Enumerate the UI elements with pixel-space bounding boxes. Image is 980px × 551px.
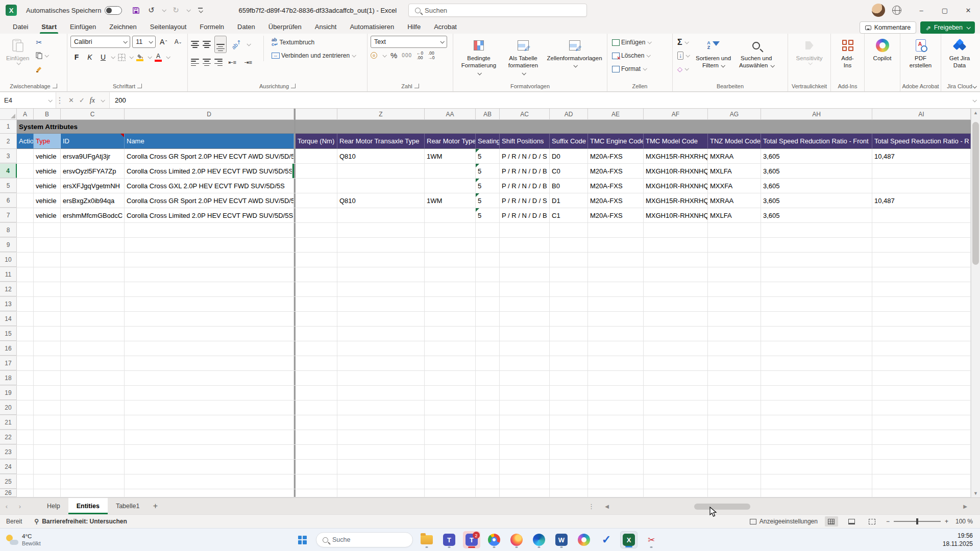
cell-y22[interactable] [296, 430, 337, 444]
title-search-box[interactable]: Suchen [408, 4, 587, 17]
cell-AE10[interactable] [588, 253, 644, 267]
cell-AE17[interactable] [588, 356, 644, 370]
cell-AH9[interactable] [761, 238, 872, 252]
scroll-up-icon[interactable]: ▲ [971, 109, 980, 117]
cut-button[interactable]: ✂ [34, 37, 50, 48]
cell-AH21[interactable] [761, 415, 872, 430]
cell-AE15[interactable] [588, 327, 644, 341]
cell-AC11[interactable] [500, 267, 550, 282]
cell-y9[interactable] [296, 238, 337, 252]
row-header-6[interactable]: 6 [0, 193, 17, 208]
cell-y14[interactable] [296, 312, 337, 326]
cell-B14[interactable] [34, 312, 61, 326]
cell-AF21[interactable] [644, 415, 708, 430]
undo-icon[interactable]: ↺ [144, 4, 158, 17]
row-header-18[interactable]: 18 [0, 371, 17, 385]
cell-AH14[interactable] [761, 312, 872, 326]
cell-A4[interactable] [17, 164, 34, 178]
header-cell-shift-positions[interactable]: Shift Positions [500, 134, 550, 149]
cell-AG20[interactable] [708, 400, 761, 415]
cell-C6[interactable]: ersBxgZx0ib94qa [61, 193, 125, 208]
header-cell-total-speed-reduction-ratio-front[interactable]: Total Speed Reduction Ratio - Front [761, 134, 872, 149]
cell-A23[interactable] [17, 445, 34, 459]
cell-AI8[interactable] [872, 223, 971, 237]
cell-AC14[interactable] [500, 312, 550, 326]
cell-C26[interactable] [61, 489, 125, 497]
cell-AG10[interactable] [708, 253, 761, 267]
cell-AD24[interactable] [550, 460, 588, 474]
align-center-icon[interactable] [203, 59, 211, 66]
cell-AG13[interactable] [708, 297, 761, 311]
page-layout-view-button[interactable] [845, 516, 859, 527]
cell-AC17[interactable] [500, 356, 550, 370]
column-header-A[interactable]: A [17, 109, 34, 120]
vertical-scrollbar[interactable]: ▲ ▼ [971, 109, 980, 497]
cell-C15[interactable] [61, 327, 125, 341]
cell-AD19[interactable] [550, 386, 588, 400]
header-cell-name[interactable]: Name [125, 134, 294, 149]
sheet-tab-entities[interactable]: Entities [68, 498, 108, 514]
row-header-9[interactable]: 9 [0, 238, 17, 252]
column-header-AB[interactable]: AB [476, 109, 500, 120]
start-button[interactable] [293, 531, 311, 548]
cell-AF5[interactable]: MXGH10R-RHXNHQ [644, 179, 708, 193]
cell-C16[interactable] [61, 341, 125, 356]
row-header-14[interactable]: 14 [0, 312, 17, 326]
fill-color-dropdown[interactable] [148, 55, 152, 59]
header-cell-tmc-engine-code[interactable]: TMC Engine Code [588, 134, 644, 149]
cell-AF11[interactable] [644, 267, 708, 282]
cell-AI11[interactable] [872, 267, 971, 282]
cell-AC24[interactable] [500, 460, 550, 474]
cell-y21[interactable] [296, 415, 337, 430]
zoom-in-icon[interactable]: + [945, 518, 948, 525]
bold-button[interactable]: F [70, 51, 83, 63]
cell-B23[interactable] [34, 445, 61, 459]
cell-D20[interactable] [125, 400, 294, 415]
header-cell-action[interactable]: Action [17, 134, 34, 149]
cell-D9[interactable] [125, 238, 294, 252]
sheet-tab-tabelle1[interactable]: Tabelle1 [108, 498, 148, 514]
cell-AA24[interactable] [425, 460, 476, 474]
row-header-4[interactable]: 4 [0, 164, 17, 178]
cell-D18[interactable] [125, 371, 294, 385]
cell-B6[interactable]: vehicle [34, 193, 61, 208]
cell-AE22[interactable] [588, 430, 644, 444]
network-icon[interactable] [892, 6, 901, 15]
cell-AB18[interactable] [476, 371, 500, 385]
cell-C11[interactable] [61, 267, 125, 282]
paste-button[interactable]: Einfügen [3, 36, 32, 67]
cell-y8[interactable] [296, 223, 337, 237]
cell-AA3[interactable]: 1WM [425, 149, 476, 163]
cell-C18[interactable] [61, 371, 125, 385]
redo-icon[interactable]: ↻ [169, 4, 182, 17]
taskbar-search[interactable]: Suche [316, 532, 413, 547]
row-header-11[interactable]: 11 [0, 267, 17, 282]
cell-D19[interactable] [125, 386, 294, 400]
ribbon-tab-daten[interactable]: Daten [231, 21, 262, 34]
cell-AC8[interactable] [500, 223, 550, 237]
undo-dropdown[interactable] [160, 4, 167, 17]
align-right-icon[interactable] [214, 59, 223, 66]
cell-y13[interactable] [296, 297, 337, 311]
cell-AD14[interactable] [550, 312, 588, 326]
cell-AD23[interactable] [550, 445, 588, 459]
cell-y16[interactable] [296, 341, 337, 356]
cell-D4[interactable]: Corolla Cross Limited 2.0P HEV ECVT FWD … [125, 164, 292, 178]
cell-AF12[interactable] [644, 282, 708, 296]
cell-Z21[interactable] [337, 415, 425, 430]
cell-AG15[interactable] [708, 327, 761, 341]
cell-AD20[interactable] [550, 400, 588, 415]
cell-B18[interactable] [34, 371, 61, 385]
cell-AF26[interactable] [644, 489, 708, 497]
decrease-decimal-icon[interactable]: .00→0 [428, 51, 434, 60]
cell-AA10[interactable] [425, 253, 476, 267]
share-button[interactable]: ⇗ Freigeben [920, 21, 975, 34]
insert-cells-button[interactable]: Einfügen [610, 37, 652, 48]
cell-AE3[interactable]: M20A-FXS [588, 149, 644, 163]
cell-AC26[interactable] [500, 489, 550, 497]
cell-y25[interactable] [296, 474, 337, 489]
cell-AE4[interactable]: M20A-FXS [588, 164, 644, 178]
font-color-button[interactable]: A [152, 51, 164, 63]
ribbon-tab-start[interactable]: Start [35, 21, 63, 34]
cell-AC16[interactable] [500, 341, 550, 356]
